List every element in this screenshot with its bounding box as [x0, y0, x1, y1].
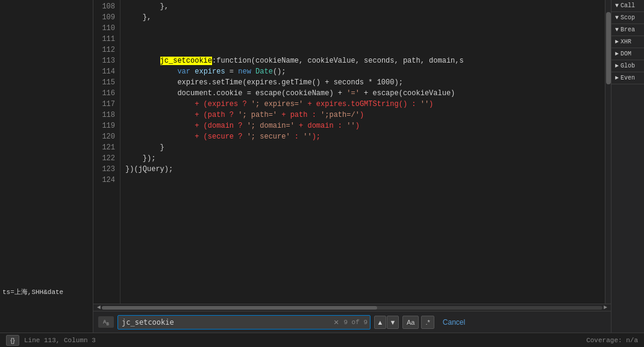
code-line [125, 34, 605, 45]
dom-arrow-icon: ► [615, 51, 619, 57]
search-options: Aa .* [402, 316, 434, 329]
code-line [125, 175, 605, 186]
call-arrow-icon: ▼ [615, 2, 619, 9]
line-number: 114 [96, 66, 115, 77]
search-clear-icon[interactable]: ✕ [331, 317, 341, 327]
v-scroll-thumb[interactable] [606, 12, 611, 84]
line-number: 118 [96, 110, 115, 120]
panel-section-dom[interactable]: ►DOM [611, 48, 644, 60]
code-line: })(jQuery); [125, 164, 605, 175]
line-number: 110 [96, 23, 115, 34]
line-number: 121 [96, 142, 115, 153]
status-left: {} Line 113, Column 3 [6, 335, 96, 346]
left-margin-text: ts=上海,SHH&date [2, 287, 63, 296]
code-line: + (domain ? '; domain=' + domain : '') [125, 120, 605, 131]
code-line: }); [125, 153, 605, 164]
even-arrow-icon: ► [615, 75, 619, 81]
search-prev-button[interactable]: ▲ [374, 316, 386, 329]
dom-label: DOM [621, 51, 631, 57]
scroll-left-icon[interactable]: ◄ [96, 304, 102, 311]
search-format-icon: AB [98, 316, 114, 328]
line-number: 120 [96, 131, 115, 142]
line-number: 123 [96, 164, 115, 175]
glob-arrow-icon: ► [615, 63, 619, 69]
code-line: }, [125, 12, 605, 23]
line-number: 116 [96, 88, 115, 99]
search-count: 9 of 9 [341, 319, 370, 326]
scroll-right-icon[interactable]: ► [602, 304, 608, 311]
search-bar: AB ✕ 9 of 9 ▲ ▼ Aa .* Cancel [93, 311, 611, 333]
line-number: 119 [96, 120, 115, 131]
main-area: ts=上海,SHH&date 1081091101111121131141151… [0, 0, 644, 333]
panel-section-even[interactable]: ►Even [611, 72, 644, 84]
line-numbers: 1081091101111121131141151161171181191201… [93, 0, 120, 304]
code-line: } [125, 142, 605, 153]
panel-section-glob[interactable]: ►Glob [611, 60, 644, 72]
search-input-wrapper: ✕ 9 of 9 [117, 315, 370, 330]
glob-label: Glob [621, 63, 635, 69]
line-number: 108 [96, 1, 115, 12]
line-number: 111 [96, 34, 115, 45]
panel-section-xhr[interactable]: ►XHR [611, 36, 644, 48]
horizontal-scrollbar[interactable]: ◄ ► [93, 304, 611, 311]
right-panel: ▼Call▼Scop▼Brea►XHR►DOM►Glob►Even [611, 0, 644, 333]
code-area: 1081091101111121131141151161171181191201… [93, 0, 611, 304]
code-line: + (expires ? '; expires=' + expires.toGM… [125, 99, 605, 110]
panel-section-call[interactable]: ▼Call [611, 0, 644, 12]
code-line: var expires = new Date(); [125, 66, 605, 77]
line-number: 115 [96, 77, 115, 88]
vertical-scrollbar[interactable] [605, 0, 611, 304]
left-margin-panel: ts=上海,SHH&date [0, 0, 93, 333]
code-line [125, 45, 605, 55]
brea-arrow-icon: ▼ [615, 27, 619, 33]
line-number: 112 [96, 45, 115, 55]
search-nav-buttons: ▲ ▼ [374, 316, 399, 329]
scrollbar-track[interactable] [102, 306, 602, 310]
line-number: 124 [96, 175, 115, 186]
line-number: 113 [96, 55, 115, 66]
line-number: 117 [96, 99, 115, 110]
coverage-status: Coverage: n/a [586, 337, 638, 344]
scope-label: Scop [621, 14, 635, 21]
brea-label: Brea [621, 27, 635, 33]
cancel-button[interactable]: Cancel [438, 317, 470, 328]
scope-arrow-icon: ▼ [615, 14, 619, 21]
match-case-button[interactable]: Aa [402, 316, 419, 329]
code-line [125, 23, 605, 34]
code-line: + (path ? '; path=' + path : ';path=/') [125, 110, 605, 120]
code-line: document.cookie = escape(cookieName) + '… [125, 88, 605, 99]
code-line: }, [125, 1, 605, 12]
scrollbar-thumb[interactable] [102, 306, 377, 310]
code-content[interactable]: }, }, jc_setcookie:function(cookieName, … [120, 0, 605, 304]
xhr-label: XHR [621, 39, 631, 45]
status-bar: {} Line 113, Column 3 Coverage: n/a [0, 333, 644, 347]
format-button[interactable]: {} [6, 335, 19, 346]
panel-section-brea[interactable]: ▼Brea [611, 24, 644, 36]
code-line: expires.setTime(expires.getTime() + seco… [125, 77, 605, 88]
panel-section-scope[interactable]: ▼Scop [611, 12, 644, 24]
line-number: 109 [96, 12, 115, 23]
code-line: + (secure ? '; secure' : ''); [125, 131, 605, 142]
editor-container: 1081091101111121131141151161171181191201… [93, 0, 611, 333]
search-next-button[interactable]: ▼ [387, 316, 399, 329]
xhr-arrow-icon: ► [615, 39, 619, 45]
search-input[interactable] [118, 316, 331, 329]
call-label: Call [621, 2, 635, 9]
search-match-highlight: jc_setcookie [160, 57, 212, 65]
even-label: Even [621, 75, 635, 81]
cursor-position: Line 113, Column 3 [24, 337, 96, 344]
code-line: jc_setcookie:function(cookieName, cookie… [125, 55, 605, 66]
line-number: 122 [96, 153, 115, 164]
regex-button[interactable]: .* [421, 316, 434, 329]
